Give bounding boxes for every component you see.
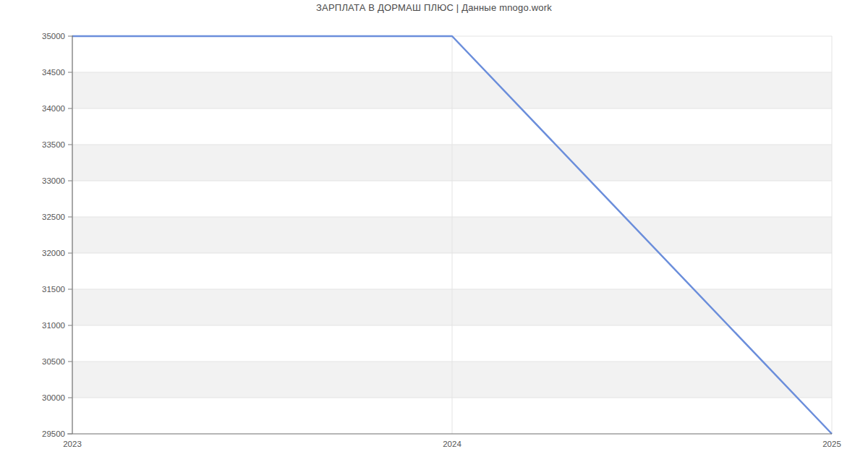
y-tick-label: 31500 (42, 285, 65, 294)
chart-canvas: 2950030000305003100031500320003250033000… (0, 0, 868, 470)
y-tick-label: 29500 (42, 430, 65, 438)
x-tick-label: 2025 (822, 440, 841, 448)
y-tick-label: 34500 (42, 68, 65, 77)
y-tick-label: 33500 (42, 140, 65, 149)
x-tick-label: 2024 (443, 440, 461, 448)
y-tick-label: 32500 (42, 213, 65, 221)
y-tick-label: 33000 (42, 176, 65, 185)
x-tick-label: 2023 (63, 440, 82, 448)
y-tick-label: 31000 (42, 321, 65, 330)
y-tick-label: 30000 (42, 393, 65, 402)
y-tick-label: 30500 (42, 357, 65, 366)
y-tick-label: 32000 (42, 249, 65, 257)
y-tick-label: 35000 (42, 32, 65, 40)
y-tick-label: 34000 (42, 104, 65, 113)
salary-chart: ЗАРПЛАТА В ДОРМАШ ПЛЮС | Данные mnogo.wo… (0, 0, 868, 470)
